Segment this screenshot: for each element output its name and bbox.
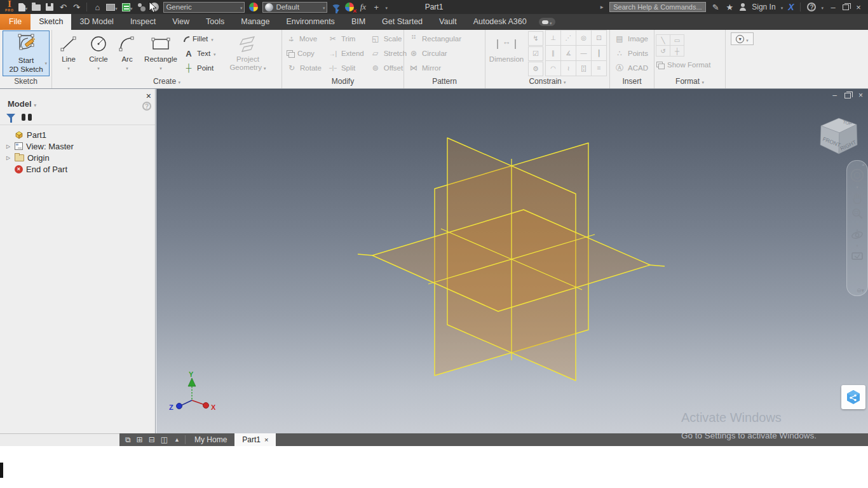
coincident-constraint-button[interactable]: ⊥ [545, 30, 561, 46]
navbar-options-icon[interactable]: ⊖▾ [857, 287, 864, 294]
tree-item-end-of-part[interactable]: × End of Part [0, 163, 155, 175]
viewport-3d[interactable]: – × TOP FRONT RIGHT × ▾ [156, 89, 868, 433]
new-file-button[interactable] [18, 1, 28, 13]
share-button[interactable] [841, 385, 865, 409]
parallel-constraint-button[interactable]: ∥ [545, 45, 561, 61]
favorites-star-icon[interactable]: ★ [725, 1, 734, 13]
rectangle-button[interactable]: Rectangle [140, 31, 181, 76]
ribbon-collapse-button[interactable]: ▼ [731, 32, 754, 45]
centerpoint-format-button[interactable]: ┼ [670, 45, 684, 57]
tab-bim[interactable]: BIM [343, 14, 374, 30]
equal-constraint-button[interactable]: = [591, 60, 607, 76]
tab-manage[interactable]: Manage [233, 14, 278, 30]
scale-button[interactable]: ◱ Scale [370, 32, 407, 46]
perpendicular-constraint-button[interactable]: ∡ [560, 45, 576, 61]
doc-restore-button[interactable] [844, 93, 851, 98]
extend-button[interactable]: →| Extend [328, 46, 364, 60]
tab-3d-model[interactable]: 3D Model [71, 14, 122, 30]
expand-arrow-icon[interactable]: ▷ [5, 144, 11, 149]
insert-acad-button[interactable]: Ⓐ ACAD [614, 61, 648, 75]
offset-button[interactable]: ⊚ Offset [370, 61, 407, 75]
navbar-close-icon[interactable]: × [862, 162, 865, 168]
tab-tools[interactable]: Tools [198, 14, 233, 30]
tab-autodesk-a360[interactable]: Autodesk A360 [465, 14, 535, 30]
sign-in-button[interactable]: Sign In [752, 3, 775, 11]
view-cube[interactable]: TOP FRONT RIGHT [815, 111, 863, 164]
search-binoculars-icon[interactable] [22, 114, 32, 121]
tab-part1-document[interactable]: Part1 × [234, 433, 276, 446]
origin-planes-graphics[interactable] [156, 89, 868, 433]
expand-arrow-icon[interactable]: ▷ [5, 155, 11, 161]
navigation-wheel-icon[interactable] [849, 167, 865, 184]
copy-button[interactable]: Copy [287, 46, 322, 60]
orbit-icon[interactable] [850, 228, 864, 242]
chevron-down-icon[interactable]: ▾ [856, 185, 858, 190]
start-2d-sketch-button[interactable]: Start 2D Sketch [3, 30, 50, 76]
show-constraints-button[interactable]: ☑ [528, 46, 543, 61]
update-button[interactable] [122, 1, 133, 13]
tab-my-home[interactable]: My Home [187, 433, 234, 446]
rectangular-pattern-button[interactable]: ⠛ Rectangular [409, 32, 461, 46]
tab-file[interactable]: File [0, 14, 31, 30]
redo-button[interactable]: ↷ [72, 1, 81, 13]
help-button[interactable]: ? [807, 3, 816, 11]
symmetric-constraint-button[interactable]: [¦] [576, 60, 592, 76]
clear-appearance-button[interactable] [345, 1, 354, 13]
parameters-button[interactable]: fx [358, 1, 367, 13]
minimize-window-button[interactable]: – [829, 1, 837, 13]
cascade-windows-icon[interactable]: ⧉ [125, 435, 131, 444]
material-select[interactable]: Generic [163, 2, 245, 13]
rotate-button[interactable]: ↻ Rotate [287, 61, 322, 75]
look-at-icon[interactable] [850, 250, 864, 262]
group-label-create[interactable]: Create [54, 77, 280, 88]
horizontal-constraint-button[interactable]: ― [576, 45, 592, 61]
smooth-constraint-button[interactable]: ≀ [560, 60, 576, 76]
driven-dimension-button[interactable]: ▭ [670, 34, 684, 46]
search-expand-arrow[interactable]: ► [599, 4, 604, 10]
circle-button[interactable]: Circle [83, 31, 114, 76]
community-icon[interactable]: ✎ [711, 1, 720, 13]
point-button[interactable]: ┼ Point [184, 61, 224, 75]
exchange-apps-button[interactable]: X [788, 2, 794, 12]
trim-button[interactable]: ✂ Trim [328, 32, 364, 46]
tree-item-view-master[interactable]: ▷ View: Master [0, 140, 155, 152]
tab-vault[interactable]: Vault [431, 14, 465, 30]
tangent-constraint-button[interactable]: ◠ [545, 60, 561, 76]
stretch-button[interactable]: ▱ Stretch [370, 46, 407, 60]
save-button[interactable] [45, 1, 54, 13]
arc-button[interactable]: Arc [114, 31, 140, 76]
text-button[interactable]: A Text [184, 46, 224, 60]
adjust-appearance-button[interactable] [332, 1, 341, 13]
collinear-constraint-button[interactable]: ⋰ [560, 30, 576, 46]
group-label-constrain[interactable]: Constrain [487, 77, 607, 88]
zoom-icon[interactable] [850, 207, 864, 220]
group-label-format[interactable]: Format [656, 77, 723, 88]
tree-item-part1[interactable]: Part1 [0, 129, 155, 140]
move-button[interactable]: ↔↕ Move [287, 32, 322, 46]
undo-button[interactable]: ↶ [58, 1, 67, 13]
tab-sketch[interactable]: Sketch [31, 14, 71, 30]
browser-title[interactable]: Model [0, 89, 155, 109]
chevron-down-icon[interactable] [821, 3, 824, 11]
pan-hand-icon[interactable] [850, 191, 864, 205]
tab-view[interactable]: View [164, 14, 198, 30]
show-format-button[interactable]: Show Format [656, 58, 710, 72]
open-button[interactable] [32, 1, 41, 13]
arrange-vertical-icon[interactable]: ◫ [161, 435, 168, 444]
insert-image-button[interactable]: ▤ Image [614, 32, 648, 46]
arrange-horizontal-icon[interactable]: ⊟ [149, 435, 155, 444]
chevron-down-icon[interactable]: ▾ [856, 222, 858, 227]
chevron-down-icon[interactable] [781, 3, 783, 11]
project-geometry-button[interactable]: Project Geometry [227, 31, 269, 76]
centerline-format-button[interactable]: ↺ [656, 45, 670, 57]
search-input[interactable] [609, 2, 706, 12]
browser-help-icon[interactable]: ? [142, 102, 151, 111]
measure-button[interactable] [137, 1, 146, 13]
doc-minimize-button[interactable]: – [832, 91, 837, 100]
tile-windows-icon[interactable]: ⊞ [137, 435, 143, 444]
close-tab-icon[interactable]: × [264, 433, 268, 446]
lock-constraint-button[interactable]: ⊡ [591, 30, 607, 46]
appearance-browser-button[interactable] [249, 1, 258, 13]
appearance-select[interactable]: Default [262, 2, 327, 13]
tab-inspect[interactable]: Inspect [122, 14, 164, 30]
